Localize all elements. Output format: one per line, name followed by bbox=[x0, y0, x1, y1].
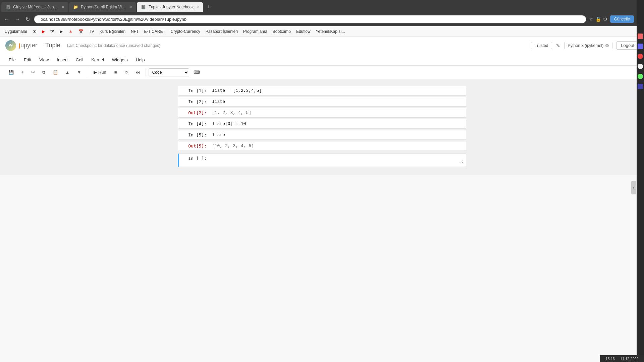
sidebar-icon-1[interactable] bbox=[638, 34, 643, 39]
tab-2[interactable]: 📁 Python/Sorbil Eğitim Videoları/ × bbox=[69, 2, 136, 12]
tab-3-favicon: 📓 bbox=[141, 5, 146, 9]
tab-1-close[interactable]: × bbox=[62, 4, 64, 10]
sidebar-icon-2[interactable] bbox=[638, 44, 643, 49]
menu-kernel[interactable]: Kernel bbox=[88, 56, 107, 64]
reload-button[interactable]: ↻ bbox=[24, 15, 31, 24]
cell-4-content[interactable]: liste[0] = 10 bbox=[209, 119, 466, 128]
kernel-label: Python 3 (ipykernel) bbox=[568, 43, 604, 48]
cell-5-out-prompt: Out[5]: bbox=[179, 141, 209, 150]
toolbar-divider-1 bbox=[87, 68, 87, 76]
tab-1[interactable]: 📓 Giriş ve Müfredat - Jupyter Note... × bbox=[1, 2, 68, 12]
cell-1: In [1]: liste = [1,2,3,4,5] bbox=[178, 86, 466, 96]
extension-icon-1[interactable]: 🔒 bbox=[595, 16, 601, 22]
cell-5: In [5]: liste bbox=[178, 130, 466, 140]
cell-active-content[interactable]: ​ bbox=[209, 154, 466, 167]
bookmark-prog[interactable]: Programlama bbox=[241, 28, 269, 35]
menu-edit[interactable]: Edit bbox=[20, 56, 35, 64]
bookmark-eduflow[interactable]: Eduflow bbox=[294, 28, 313, 35]
collapse-handle[interactable]: ‹ bbox=[631, 181, 636, 194]
tab-3[interactable]: 📓 Tuple - Jupyter Notebook × bbox=[137, 2, 203, 12]
tab-2-close[interactable]: × bbox=[129, 4, 132, 10]
cell-5-output-text: [10, 2, 3, 4, 5] bbox=[212, 143, 463, 148]
notebook-title: Tuple bbox=[45, 42, 60, 49]
move-up-button[interactable]: ▲ bbox=[62, 68, 73, 76]
jupyter-container: Py jupyter Tuple Last Checkpoint: bir da… bbox=[0, 37, 644, 362]
cell-1-prompt: In [1]: bbox=[179, 86, 209, 95]
kernel-info: Python 3 (ipykernel) bbox=[564, 42, 613, 49]
cell-2: In [2]: liste bbox=[178, 97, 466, 107]
bookmark-icon[interactable]: ☆ bbox=[589, 16, 593, 22]
bookmark-eticaret[interactable]: E-TİCARET bbox=[142, 28, 167, 35]
restart-run-button[interactable]: ⏭ bbox=[132, 68, 143, 76]
notebook-inner: In [1]: liste = [1,2,3,4,5] In [2]: list… bbox=[178, 86, 466, 167]
back-button[interactable]: ← bbox=[3, 15, 11, 23]
update-button[interactable]: Güncelle bbox=[610, 15, 634, 23]
cell-2-output-content: [1, 2, 3, 4, 5] bbox=[209, 108, 466, 117]
interrupt-button[interactable]: ■ bbox=[111, 68, 120, 76]
cell-2-content[interactable]: liste bbox=[209, 97, 466, 106]
cell-5-code: liste bbox=[212, 132, 463, 137]
sidebar-icon-6[interactable] bbox=[638, 84, 643, 89]
bookmark-yetenek[interactable]: YetenekKapısı... bbox=[314, 28, 347, 35]
extension-icon-2[interactable]: ⚙ bbox=[603, 16, 607, 22]
trusted-button[interactable]: Trusted bbox=[531, 42, 552, 49]
tab-2-favicon: 📁 bbox=[73, 5, 78, 9]
keyboard-shortcuts-button[interactable]: ⌨ bbox=[191, 68, 203, 76]
cut-cell-button[interactable]: ✂ bbox=[28, 68, 38, 76]
bookmark-kurs[interactable]: Kurs Eğitimleri bbox=[98, 28, 127, 35]
bookmark-play[interactable]: ▶ bbox=[58, 28, 65, 35]
menu-cell[interactable]: Cell bbox=[72, 56, 87, 64]
sidebar-icon-4[interactable] bbox=[638, 64, 643, 69]
bookmark-cal[interactable]: 📅 bbox=[76, 28, 86, 35]
bookmark-nft[interactable]: NFT bbox=[129, 28, 141, 35]
toolbar: 💾 + ✂ ⧉ 📋 ▲ ▼ ▶ Run ■ ↺ ⏭ Code Markdown … bbox=[0, 66, 644, 79]
cell-active[interactable]: In [ ]: ​ bbox=[178, 154, 466, 167]
edit-notebook-icon[interactable]: ✎ bbox=[556, 43, 560, 48]
bookmark-maps[interactable]: 🗺 bbox=[48, 28, 56, 35]
bookmarks-bar: Uygulamalar ✉ ▶ 🗺 ▶ 🔺 📅 TV Kurs Eğitimle… bbox=[0, 26, 644, 37]
cell-5-content[interactable]: liste bbox=[209, 130, 466, 139]
address-icons: ☆ 🔒 ⚙ bbox=[589, 16, 607, 22]
bookmark-tv[interactable]: TV bbox=[87, 28, 96, 35]
menu-insert[interactable]: Insert bbox=[53, 56, 71, 64]
bookmark-crypto[interactable]: Crypto-Currency bbox=[169, 28, 202, 35]
bookmark-gmail[interactable]: ✉ bbox=[31, 28, 39, 35]
menu-help[interactable]: Help bbox=[132, 56, 148, 64]
add-cell-button[interactable]: + bbox=[18, 68, 27, 76]
bookmark-yt[interactable]: ▶ bbox=[40, 28, 47, 35]
run-button[interactable]: ▶ Run bbox=[90, 68, 110, 76]
sidebar-icon-3[interactable] bbox=[638, 54, 643, 59]
paste-cell-button[interactable]: 📋 bbox=[50, 68, 61, 76]
cell-1-content[interactable]: liste = [1,2,3,4,5] bbox=[209, 86, 466, 95]
menu-view[interactable]: View bbox=[36, 56, 52, 64]
cell-2-prompt-in: In [2]: bbox=[179, 97, 209, 106]
copy-cell-button[interactable]: ⧉ bbox=[39, 68, 48, 77]
menu-widgets[interactable]: Widgets bbox=[109, 56, 131, 64]
bookmark-pasaport[interactable]: Pasaport İşlemleri bbox=[204, 28, 240, 35]
tab-2-label: Python/Sorbil Eğitim Videoları/ bbox=[81, 5, 127, 9]
bookmark-drive[interactable]: 🔺 bbox=[66, 28, 75, 35]
move-down-button[interactable]: ▼ bbox=[74, 68, 84, 76]
cell-5-output: Out[5]: [10, 2, 3, 4, 5] bbox=[178, 141, 466, 151]
save-button[interactable]: 💾 bbox=[5, 68, 17, 76]
logout-button[interactable]: Logout bbox=[616, 41, 639, 50]
url-input[interactable] bbox=[34, 15, 586, 23]
cell-active-prompt: In [ ]: bbox=[179, 154, 209, 167]
jupyter-logo-text: jupyter bbox=[19, 42, 37, 49]
tab-bar: 📓 Giriş ve Müfredat - Jupyter Note... × … bbox=[0, 0, 644, 12]
tab-3-label: Tuple - Jupyter Notebook bbox=[149, 5, 194, 9]
cell-active-input[interactable]: ​ bbox=[212, 156, 463, 163]
forward-button[interactable]: → bbox=[13, 15, 21, 23]
new-tab-button[interactable]: + bbox=[204, 2, 213, 12]
cell-5-prompt-in: In [5]: bbox=[179, 130, 209, 139]
status-bar: 15:13 11.12.2022 bbox=[600, 355, 644, 362]
cell-2-out-prompt: Out[2]: bbox=[179, 108, 209, 117]
menu-bar: File Edit View Insert Cell Kernel Widget… bbox=[0, 54, 644, 66]
bookmark-bootcamp[interactable]: Bootcamp bbox=[271, 28, 293, 35]
restart-button[interactable]: ↺ bbox=[121, 68, 131, 76]
menu-file[interactable]: File bbox=[5, 56, 19, 64]
cell-type-select[interactable]: Code Markdown Raw NBConvert Heading bbox=[149, 68, 189, 76]
bookmark-apps[interactable]: Uygulamalar bbox=[3, 28, 29, 35]
tab-3-close[interactable]: × bbox=[196, 4, 199, 10]
sidebar-icon-5[interactable] bbox=[638, 74, 643, 79]
